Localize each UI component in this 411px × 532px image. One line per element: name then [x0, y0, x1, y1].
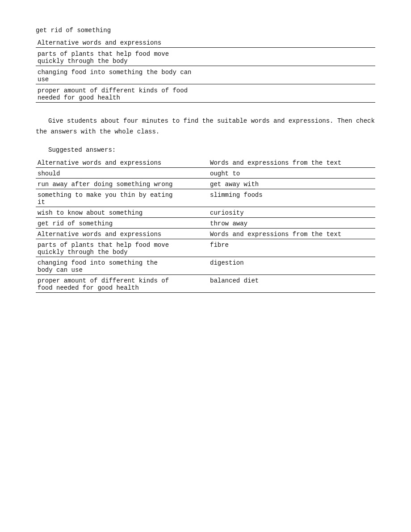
col1-header-2: Alternative words and expressions	[36, 228, 206, 239]
top-table: Alternative words and expressions parts …	[36, 37, 375, 103]
right-cell: fibre	[206, 239, 375, 257]
col2-header: Words and expressions from the text	[206, 157, 375, 168]
col2-header-2: Words and expressions from the text	[206, 228, 375, 239]
table-row: run away after doing something wrong get…	[36, 178, 375, 189]
table-row: parts of plants that help food movequick…	[36, 239, 375, 257]
table-header-row: Alternative words and expressions Words …	[36, 157, 375, 168]
left-cell: parts of plants that help food movequick…	[36, 239, 206, 257]
col1-header: Alternative words and expressions	[36, 157, 206, 168]
right-cell	[212, 84, 375, 103]
table-row: proper amount of different kinds offood …	[36, 274, 375, 292]
paragraph-block: Give students about four minutes to find…	[36, 116, 375, 137]
left-cell: proper amount of different kinds of food…	[36, 84, 212, 103]
left-cell: run away after doing something wrong	[36, 178, 206, 189]
right-cell: digestion	[206, 257, 375, 274]
top-section: get rid of something Alternative words a…	[36, 27, 375, 103]
table-header-row-2: Alternative words and expressions Words …	[36, 228, 375, 239]
left-cell: something to make you thin by eatingit	[36, 189, 206, 207]
table-row: parts of plants that help food movequick…	[36, 48, 375, 66]
suggested-label: Suggested answers:	[36, 146, 375, 154]
right-cell: get away with	[206, 178, 375, 189]
right-cell: balanced diet	[206, 274, 375, 292]
table-row: changing food into something thebody can…	[36, 257, 375, 274]
right-cell	[212, 48, 375, 66]
left-cell: changing food into something the body ca…	[36, 66, 212, 84]
table-row: Alternative words and expressions	[36, 37, 375, 48]
table-row: get rid of something throw away	[36, 217, 375, 228]
right-cell	[212, 66, 375, 84]
left-cell: changing food into something thebody can…	[36, 257, 206, 274]
answer-table: Alternative words and expressions Words …	[36, 157, 375, 293]
right-cell: throw away	[206, 217, 375, 228]
left-cell: wish to know about something	[36, 207, 206, 217]
table-row: should ought to	[36, 167, 375, 178]
left-cell: should	[36, 167, 206, 178]
right-cell: curiosity	[206, 207, 375, 217]
table-row: changing food into something the body ca…	[36, 66, 375, 84]
right-cell: slimming foods	[206, 189, 375, 207]
table-row: proper amount of different kinds of food…	[36, 84, 375, 103]
table-row: something to make you thin by eatingit s…	[36, 189, 375, 207]
paragraph-text: Give students about four minutes to find…	[36, 116, 375, 137]
left-cell: Alternative words and expressions	[36, 37, 212, 48]
right-cell: ought to	[206, 167, 375, 178]
left-cell: proper amount of different kinds offood …	[36, 274, 206, 292]
left-cell: get rid of something	[36, 217, 206, 228]
left-cell: parts of plants that help food movequick…	[36, 48, 212, 66]
top-phrase: get rid of something	[36, 27, 375, 34]
table-row: wish to know about something curiosity	[36, 207, 375, 217]
right-cell	[212, 37, 375, 48]
